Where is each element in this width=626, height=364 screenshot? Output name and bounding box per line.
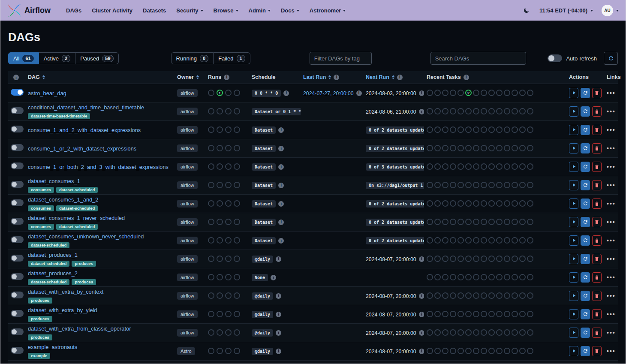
links-menu-button[interactable]: ••• <box>607 90 616 96</box>
dag-link[interactable]: dataset_consumes_unknown_never_scheduled <box>28 233 144 240</box>
dag-tag[interactable]: consumes <box>28 187 54 193</box>
delete-dag-button[interactable] <box>592 125 602 135</box>
nav-item-security[interactable]: Security <box>172 5 207 16</box>
trigger-dag-button[interactable] <box>569 291 578 301</box>
links-menu-button[interactable]: ••• <box>607 329 616 336</box>
brand[interactable]: Airflow <box>7 3 51 18</box>
links-menu-button[interactable]: ••• <box>607 311 616 318</box>
reparse-dag-button[interactable] <box>581 217 590 227</box>
nav-item-astronomer[interactable]: Astronomer <box>305 5 350 16</box>
trigger-dag-button[interactable] <box>569 180 578 190</box>
delete-dag-button[interactable] <box>592 309 602 319</box>
dag-tag[interactable]: produces <box>28 334 52 340</box>
dag-tag[interactable]: dataset-scheduled <box>28 261 69 267</box>
delete-dag-button[interactable] <box>592 162 602 172</box>
user-menu[interactable]: AU <box>602 5 619 16</box>
dag-link[interactable]: dataset_produces_2 <box>28 270 78 277</box>
links-menu-button[interactable]: ••• <box>607 200 616 207</box>
pause-toggle[interactable] <box>11 199 24 206</box>
dag-link[interactable]: dataset_consumes_1_and_2 <box>28 196 98 203</box>
theme-toggle-button[interactable] <box>522 6 531 15</box>
filter-failed-button[interactable]: Failed 1 <box>214 52 250 64</box>
dag-link[interactable]: dataset_consumes_1 <box>28 178 80 184</box>
dag-link[interactable]: astro_bear_dag <box>28 90 66 96</box>
dag-link[interactable]: conditional_dataset_and_time_based_timet… <box>28 104 144 111</box>
dag-tag[interactable]: consumes <box>28 205 54 211</box>
pause-toggle[interactable] <box>11 218 24 225</box>
trigger-dag-button[interactable] <box>569 143 578 153</box>
last-run-link[interactable]: 2024-07-27, 20:00:00 <box>303 90 354 96</box>
task-state-circle-success[interactable]: 2 <box>465 90 472 96</box>
delete-dag-button[interactable] <box>592 254 602 264</box>
tab-active[interactable]: Active 2 <box>39 52 76 64</box>
delete-dag-button[interactable] <box>592 199 602 209</box>
links-menu-button[interactable]: ••• <box>607 237 616 244</box>
links-menu-button[interactable]: ••• <box>607 256 616 262</box>
links-menu-button[interactable]: ••• <box>607 145 616 152</box>
delete-dag-button[interactable] <box>592 217 602 227</box>
dag-link[interactable]: dataset_produces_1 <box>28 252 78 258</box>
links-menu-button[interactable]: ••• <box>607 163 616 170</box>
dag-link[interactable]: consume_1_and_2_with_dataset_expressions <box>28 127 141 133</box>
dag-link[interactable]: dataset_with_extra_by_yield <box>28 307 97 313</box>
filter-running-button[interactable]: Running 0 <box>171 52 214 64</box>
trigger-dag-button[interactable] <box>569 235 578 246</box>
reparse-dag-button[interactable] <box>581 328 590 338</box>
delete-dag-button[interactable] <box>592 291 602 301</box>
delete-dag-button[interactable] <box>592 235 602 246</box>
links-menu-button[interactable]: ••• <box>607 182 616 189</box>
delete-dag-button[interactable] <box>592 328 602 338</box>
trigger-dag-button[interactable] <box>569 254 578 264</box>
nav-item-docs[interactable]: Docs <box>277 5 304 16</box>
pause-toggle[interactable] <box>11 162 24 169</box>
reparse-dag-button[interactable] <box>581 254 590 264</box>
dag-tag[interactable]: produces <box>72 261 96 267</box>
trigger-dag-button[interactable] <box>569 328 578 338</box>
nav-item-cluster-activity[interactable]: Cluster Activity <box>87 5 137 16</box>
refresh-button[interactable] <box>604 52 618 65</box>
trigger-dag-button[interactable] <box>569 125 578 135</box>
delete-dag-button[interactable] <box>592 272 602 283</box>
delete-dag-button[interactable] <box>592 180 602 190</box>
tab-paused[interactable]: Paused 59 <box>75 52 118 64</box>
links-menu-button[interactable]: ••• <box>607 348 616 355</box>
tab-all[interactable]: All 61 <box>8 52 39 64</box>
reparse-dag-button[interactable] <box>581 235 590 246</box>
reparse-dag-button[interactable] <box>581 125 590 135</box>
reparse-dag-button[interactable] <box>581 272 590 283</box>
reparse-dag-button[interactable] <box>581 346 590 356</box>
nav-item-dags[interactable]: DAGs <box>62 5 86 16</box>
links-menu-button[interactable]: ••• <box>607 219 616 226</box>
dag-tag[interactable]: dataset-scheduled <box>56 205 98 211</box>
pause-toggle[interactable] <box>11 107 24 114</box>
col-header-next-run[interactable]: Next Runi <box>366 74 421 80</box>
col-header-last-run[interactable]: Last Runi <box>303 74 361 80</box>
nav-item-browse[interactable]: Browse <box>209 5 243 16</box>
trigger-dag-button[interactable] <box>569 272 578 283</box>
pause-toggle[interactable] <box>11 273 24 280</box>
delete-dag-button[interactable] <box>592 346 602 356</box>
pause-toggle[interactable] <box>11 310 24 317</box>
dag-link[interactable]: consume_1_or_both_2_and_3_with_dataset_e… <box>28 164 169 170</box>
tag-filter-input[interactable] <box>310 52 372 65</box>
dag-tag[interactable]: dataset-time-based-timetable <box>28 113 90 119</box>
pause-toggle[interactable] <box>11 236 24 243</box>
dag-tag[interactable]: produces <box>72 279 96 285</box>
dag-link[interactable]: dataset_consumes_1_never_scheduled <box>28 215 125 221</box>
pause-toggle[interactable] <box>11 126 24 132</box>
run-state-circle-success[interactable]: 1 <box>217 90 223 96</box>
nav-item-datasets[interactable]: Datasets <box>138 5 170 16</box>
delete-dag-button[interactable] <box>592 88 602 98</box>
dag-link[interactable]: consume_1_or_2_with_dataset_expressions <box>28 145 136 152</box>
pause-toggle[interactable] <box>11 347 24 354</box>
trigger-dag-button[interactable] <box>569 199 578 209</box>
pause-toggle[interactable] <box>11 144 24 151</box>
nav-item-admin[interactable]: Admin <box>244 5 275 16</box>
trigger-dag-button[interactable] <box>569 88 578 98</box>
trigger-dag-button[interactable] <box>569 217 578 227</box>
dag-link[interactable]: dataset_with_extra_from_classic_operator <box>28 325 131 332</box>
delete-dag-button[interactable] <box>592 106 602 117</box>
reparse-dag-button[interactable] <box>581 106 590 117</box>
reparse-dag-button[interactable] <box>581 88 590 98</box>
dag-tag[interactable]: consumes <box>28 224 54 230</box>
